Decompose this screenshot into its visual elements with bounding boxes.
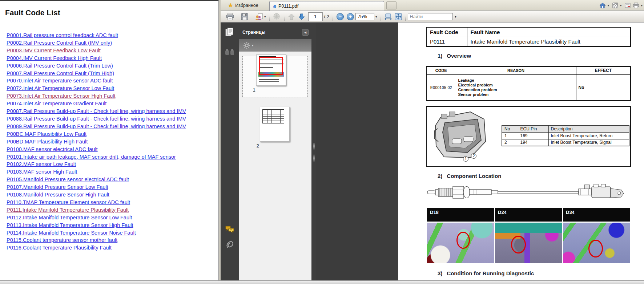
fault-code-link[interactable]: P0113.Intake Manifold Temperature Sensor… (7, 222, 216, 229)
engine-photo-d34 (563, 223, 630, 263)
print-command-icon[interactable] (632, 2, 640, 9)
fault-code-link[interactable]: P0001.Rail pressure control feedback ADC… (7, 32, 216, 39)
fault-code-link[interactable]: P0089.Rail Pressure Build-up Fault - Che… (7, 123, 216, 130)
find-input[interactable] (408, 13, 453, 20)
fault-code-link[interactable]: P0111.Intake Manifold Temperature Plausi… (7, 206, 216, 214)
window-bottom-edge (0, 280, 644, 284)
thumbnail-1-label: 1 (218, 87, 290, 93)
fault-code-link[interactable]: P0101.Intake air path leakage, MAF senso… (7, 153, 216, 161)
favorites-star-icon: ★ (228, 2, 233, 9)
zoom-out-icon[interactable]: − (335, 12, 345, 21)
fault-code-link[interactable]: P0112.Intake Manifold Temperature Sensor… (7, 214, 216, 222)
connector-illustration (427, 107, 496, 164)
search-binoculars-icon[interactable] (221, 49, 239, 56)
fault-code-link[interactable]: P0116.Coolant Temperature Plausibility F… (7, 244, 216, 252)
fault-code-link[interactable]: P00BD.MAF Plausibility High Fault (7, 138, 216, 146)
pdf-page: Fault Code Fault Name P0111 Intake Manif… (398, 23, 644, 280)
read-mail-icon[interactable] (624, 2, 631, 9)
fit-width-icon[interactable] (383, 12, 393, 21)
page-thumbnail-1[interactable] (256, 54, 286, 86)
section-condition: 3)Condition for Running Diagnostic (438, 270, 631, 276)
tab-title: P0111.pdf (278, 4, 298, 9)
navigation-sidebar: Страницы ◀ ▾ (221, 23, 311, 280)
sensor-illustration (426, 182, 631, 203)
print-dropdown-caret[interactable]: ▾ (641, 4, 643, 7)
fault-code-link[interactable]: P0103.MAF sensor High Fault (7, 168, 216, 176)
fault-code-link[interactable]: P0115.Coolant temperature sensor mother … (7, 236, 216, 244)
reason-header: REASON (456, 66, 576, 74)
fault-code-link[interactable]: P0070.Inlet Air Temperature sensor ADC f… (7, 77, 216, 85)
fault-code-link[interactable]: P0105.Manifold Pressure sensor electrica… (7, 176, 216, 183)
zoom-dropdown-caret[interactable]: ▾ (375, 15, 377, 19)
attachments-paperclip-icon[interactable] (221, 240, 239, 249)
fault-code-link[interactable]: P0006.Rail Pressure Control Fault (Trim … (7, 62, 216, 70)
pages-panel-titlebar: Страницы ◀ (221, 25, 311, 39)
sensor-location-ring (511, 236, 526, 253)
page-up-icon[interactable] (287, 12, 296, 21)
fault-code-link[interactable]: P0003.IMV Current Feedback Low Fault (7, 47, 216, 54)
page-thumbnails-panel: 1 2 (239, 52, 311, 280)
collaborate-icon[interactable] (254, 12, 264, 21)
fault-code-link[interactable]: P0073.Inlet Air Temperature Sensor High … (7, 92, 216, 100)
fault-name-header: Fault Name (467, 27, 631, 37)
fault-code-link[interactable]: P0088.Rail Pressure Build-up Fault - Che… (7, 115, 216, 123)
zoom-in-icon[interactable]: + (346, 12, 355, 21)
page-number-input[interactable] (308, 12, 323, 21)
new-tab-button[interactable] (386, 1, 397, 9)
fault-code-link[interactable]: P0100.MAF sensor electrical ADC fault (7, 146, 216, 153)
page-down-icon[interactable] (297, 12, 306, 21)
location-d24-header: D24 (495, 208, 562, 222)
fault-code-link[interactable]: P0072.Inlet Air Temperature Sensor Low F… (7, 85, 216, 92)
fault-code-link[interactable]: P0108.Manifold Pressure Sensor High Faul… (7, 191, 216, 199)
document-background: Fault Code Fault Name P0111 Intake Manif… (316, 23, 644, 280)
ecu-pin-table: No ECU Pin Description 1 169 Inlet Boost… (502, 125, 629, 146)
effect-value: No (576, 74, 631, 101)
fault-name-value: Intake Manifold Temperature Plausibility… (467, 37, 631, 47)
fault-code-link[interactable]: P0107.Manifold Pressure Sensor Low Fault (7, 183, 216, 191)
find-dropdown-caret[interactable]: ▾ (453, 13, 459, 20)
splitter-grip[interactable] (313, 142, 315, 164)
zoom-level-input[interactable] (355, 13, 374, 20)
fault-code-link[interactable]: P0074.Inlet Air Temperature Gradient Fau… (7, 100, 216, 107)
fault-code-link[interactable]: P0110.TMAP Temperature Element sensor AD… (7, 199, 216, 206)
fault-code-link[interactable]: P0004.IMV Current Feedback High Fault (7, 54, 216, 62)
tab-bar-separator (407, 1, 407, 10)
print-icon[interactable] (225, 12, 235, 21)
page-thumbnail-2[interactable] (260, 107, 290, 142)
pages-icon[interactable] (225, 27, 234, 37)
overview-table: CODE REASON EFFECT E000105-02 Leakage El… (426, 66, 631, 101)
home-dropdown-caret[interactable]: ▾ (607, 4, 609, 7)
gear-dropdown-caret[interactable]: ▾ (252, 44, 254, 47)
fault-code-link[interactable]: P0007.Rail Pressure Control Fault (Trim … (7, 70, 216, 77)
save-icon[interactable] (240, 12, 249, 21)
gear-options-icon[interactable] (243, 42, 250, 49)
comments-icon[interactable] (221, 225, 239, 233)
fault-link-list: P0001.Rail pressure control feedback ADC… (7, 32, 216, 252)
feeds-dropdown-caret[interactable]: ▾ (620, 4, 622, 7)
fault-code-link[interactable]: P00BC.MAF Plausibility Low Fault (7, 130, 216, 138)
connector-figure-box: 1 2 No ECU Pin Description 1 169 Inlet B… (426, 106, 631, 167)
ecu-no-header: No (502, 125, 518, 132)
tab-p0111-pdf[interactable]: e P0111.pdf (269, 1, 384, 11)
panel-splitter[interactable] (311, 23, 316, 280)
fault-code-link[interactable]: P0087.Rail Pressure Build-up Fault - Che… (7, 107, 216, 115)
feeds-icon[interactable] (612, 2, 619, 9)
fault-code-link[interactable]: P0102.MAF sensor Low Fault (7, 161, 216, 168)
collapse-panel-icon[interactable]: ◀ (302, 29, 309, 36)
share-icon[interactable] (272, 12, 282, 21)
code-value: E000105-02 (426, 74, 456, 101)
location-d34-header: D34 (563, 208, 630, 222)
engine-photo-d24 (495, 223, 562, 263)
collaborate-dropdown-caret[interactable]: ▾ (264, 15, 266, 19)
favorites-button[interactable]: ★ Избранное (225, 1, 261, 9)
ecu-row-cell: Inlet Boost Temperature, Return (548, 132, 629, 139)
browser-window: ★ Избранное e P0111.pdf ▾ ▾ ▾ (221, 0, 644, 284)
location-d18-header: D18 (427, 208, 494, 222)
fault-code-link[interactable]: P0002.Rail Pressure Control Fault (IMV o… (7, 39, 216, 47)
fit-page-icon[interactable] (394, 12, 403, 21)
fault-code-link[interactable]: P0114.Intake Manifold Temperature Sensor… (7, 229, 216, 237)
fault-code-value: P0111 (426, 37, 467, 47)
home-icon[interactable] (599, 2, 606, 9)
page-total-label: / 2 (324, 14, 329, 19)
pdf-viewer: Страницы ◀ ▾ (221, 23, 644, 280)
